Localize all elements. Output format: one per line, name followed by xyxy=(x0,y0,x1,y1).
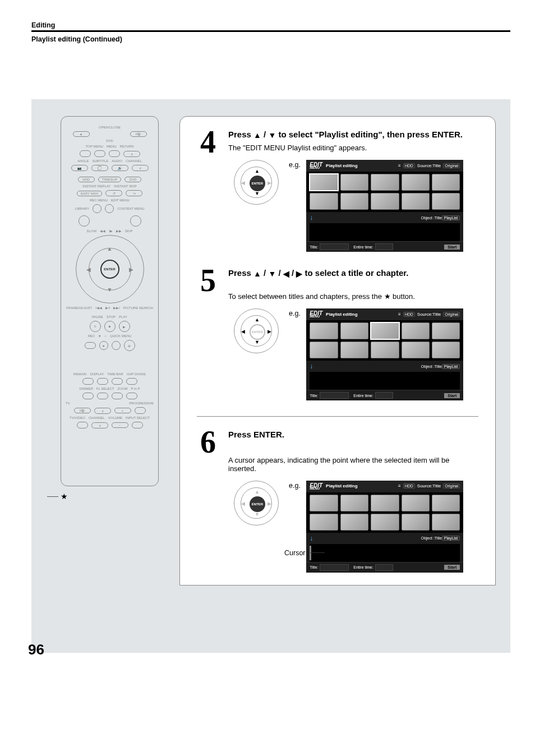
step-title: Press ENTER. xyxy=(228,429,478,440)
eg-label: e.g. xyxy=(289,161,301,169)
star-callout: ★ xyxy=(47,492,68,501)
page-subtitle: Playlist editing (Continued) xyxy=(31,35,510,43)
screen-mockup: EDITMENU Playlist editing ≡HDDSource:Tit… xyxy=(306,160,463,252)
down-arrow-icon: ▼ xyxy=(268,269,276,278)
enter-button-icon: ENTER xyxy=(250,176,265,191)
down-arrow-icon: ▼ xyxy=(268,131,276,140)
up-arrow-icon: ▲ xyxy=(253,131,261,140)
remote-control-illustration: OPEN/CLOSE ▲ I/⏻ DVD TOP MENU MENU RETUR… xyxy=(61,116,159,486)
page-number: 96 xyxy=(28,641,44,658)
screen-mockup: EDITMENU Playlist editing ≡HDDSource:Tit… xyxy=(306,481,463,573)
step-6: 6 Press ENTER. A cursor appears, indicat… xyxy=(197,429,478,557)
step-desc: To select between titles and chapters, p… xyxy=(228,292,478,301)
section-label: Editing xyxy=(31,21,510,29)
step-number: 5 xyxy=(197,268,219,400)
step-desc: The "EDIT MENU Playlist editing" appears… xyxy=(228,144,478,152)
step-number: 4 xyxy=(197,129,219,252)
eg-label: e.g. xyxy=(289,310,301,317)
right-arrow-icon: ▶ xyxy=(296,269,302,278)
steps-panel: 4 Press ▲ / ▼ to select "Playlist editin… xyxy=(179,116,496,586)
dpad-illustration: ENTER ▲▼ ◀▶ xyxy=(234,481,279,525)
remote-dpad: ▲▼◀▶ ENTER xyxy=(76,235,144,303)
star-icon: ★ xyxy=(384,292,391,301)
screen-mockup: EDITMENU Playlist editing ≡HDDSource:Tit… xyxy=(306,308,463,400)
up-arrow-icon: ▲ xyxy=(253,269,261,278)
step-5: 5 Press ▲ / ▼ / ◀ / ▶ to select a title … xyxy=(197,268,478,400)
left-arrow-icon: ◀ xyxy=(283,269,289,278)
step-title: Press ▲ / ▼ / ◀ / ▶ to select a title or… xyxy=(228,268,478,279)
step-title: Press ▲ / ▼ to select "Playlist editing"… xyxy=(228,129,478,140)
content-block: OPEN/CLOSE ▲ I/⏻ DVD TOP MENU MENU RETUR… xyxy=(31,99,510,653)
step-number: 6 xyxy=(197,429,219,557)
step-4: 4 Press ▲ / ▼ to select "Playlist editin… xyxy=(197,129,478,252)
enter-button-icon: ENTER xyxy=(250,496,265,512)
dpad-illustration: ENTER ▲▼ ◀▶ xyxy=(234,160,279,205)
dpad-illustration: ENTER ▲▼ ◀▶ xyxy=(234,308,279,353)
eg-label: e.g. xyxy=(289,482,301,490)
step-desc: A cursor appears, indicating the point w… xyxy=(228,456,478,473)
